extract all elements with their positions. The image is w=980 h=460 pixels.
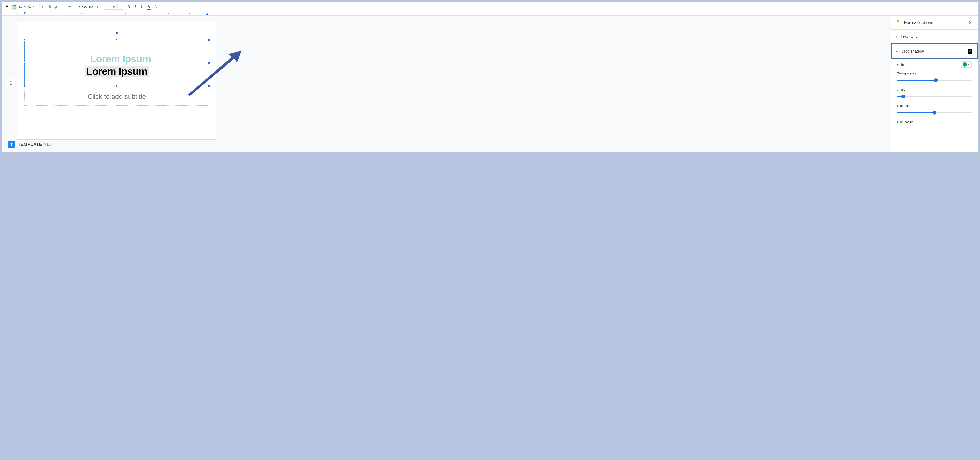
bold-button[interactable]: B bbox=[126, 4, 132, 10]
line-tool[interactable] bbox=[35, 4, 41, 10]
font-size-value[interactable]: 52 bbox=[109, 4, 118, 10]
format-icon bbox=[896, 19, 900, 26]
border-color-tool[interactable] bbox=[53, 4, 59, 10]
blur-label: Blur Radius bbox=[897, 120, 972, 124]
chevron-down-icon: ▼ bbox=[97, 6, 99, 8]
distance-label: Distance bbox=[897, 104, 972, 107]
more-tools[interactable]: ⋯ bbox=[161, 4, 168, 10]
ruler-marks: 1 2 3 4 5 6 7 8 9 bbox=[17, 12, 978, 15]
svg-rect-5 bbox=[29, 6, 31, 8]
canvas-area[interactable]: Lorem Ipsum Lorem Ipsum Click to add sub… bbox=[2, 16, 891, 152]
svg-line-6 bbox=[37, 6, 40, 8]
distance-control: Distance bbox=[897, 104, 972, 115]
font-size-increase[interactable]: + bbox=[118, 4, 123, 10]
resize-handle-n[interactable] bbox=[116, 39, 118, 41]
slider-fill bbox=[897, 112, 934, 113]
separator bbox=[124, 5, 124, 10]
font-size-decrease[interactable]: − bbox=[103, 4, 109, 10]
margin-control[interactable] bbox=[7, 78, 15, 87]
transparency-slider[interactable] bbox=[897, 78, 972, 82]
transparency-control: Transparency bbox=[897, 72, 972, 82]
svg-rect-16 bbox=[897, 20, 899, 21]
section-header-text-fitting[interactable]: › Text fitting bbox=[891, 30, 978, 43]
separator bbox=[102, 5, 102, 10]
chevron-right-icon: › bbox=[896, 34, 897, 39]
section-drop-shadow: › Drop shadow ✓ bbox=[891, 43, 978, 59]
color-control-row: Color ▼ bbox=[897, 61, 972, 68]
shape-tool[interactable] bbox=[27, 4, 33, 10]
font-size-control: − 52 + bbox=[103, 4, 123, 10]
textbox-tool[interactable]: T bbox=[11, 4, 17, 10]
watermark-suffix: .NET bbox=[42, 142, 53, 147]
rotation-handle[interactable] bbox=[116, 32, 118, 34]
app-window: T ▼ ▼ ▼ Russo One ▼ − 52 + B I U A ⋯ › bbox=[2, 2, 978, 152]
text-color-button[interactable]: A bbox=[146, 4, 152, 10]
color-picker[interactable]: ▼ bbox=[961, 61, 972, 68]
ruler-mark: 6 bbox=[124, 13, 126, 15]
ruler-mark: 8 bbox=[167, 13, 169, 15]
distance-slider[interactable] bbox=[897, 110, 972, 115]
chevron-down-icon: › bbox=[895, 51, 899, 52]
angle-label: Angle bbox=[897, 88, 972, 91]
section-title: Text fitting bbox=[900, 34, 973, 39]
line-dropdown[interactable]: ▼ bbox=[41, 6, 44, 8]
shape-dropdown[interactable]: ▼ bbox=[33, 6, 35, 8]
angle-control: Angle bbox=[897, 88, 972, 98]
collapse-toolbar[interactable]: › bbox=[969, 4, 976, 10]
color-swatch bbox=[963, 62, 967, 67]
section-title: Drop shadow bbox=[902, 49, 964, 54]
underline-button[interactable]: U bbox=[139, 4, 145, 10]
slider-track bbox=[897, 96, 972, 97]
chevron-down-icon: ▼ bbox=[967, 64, 970, 66]
right-indent-marker[interactable] bbox=[206, 13, 209, 16]
slider-thumb[interactable] bbox=[901, 94, 905, 98]
format-options-panel: Format options ✕ › Text fitting › Drop s… bbox=[891, 16, 978, 152]
toolbar: T ▼ ▼ ▼ Russo One ▼ − 52 + B I U A ⋯ › bbox=[2, 2, 978, 12]
angle-slider[interactable] bbox=[897, 94, 972, 98]
ruler-mark: 3 bbox=[60, 13, 61, 15]
highlight-color-button[interactable] bbox=[153, 4, 159, 10]
separator bbox=[45, 5, 45, 10]
checkbox-checked[interactable]: ✓ bbox=[968, 49, 972, 54]
ruler-mark: 5 bbox=[103, 13, 104, 15]
fill-color-tool[interactable] bbox=[46, 4, 53, 10]
svg-text:T: T bbox=[13, 5, 15, 8]
drop-shadow-controls: Color ▼ Transparency Angle bbox=[891, 59, 978, 133]
subtitle-text: Click to add subtitle bbox=[88, 93, 146, 101]
close-icon[interactable]: ✕ bbox=[967, 19, 973, 26]
panel-title: Format options bbox=[904, 20, 964, 25]
slider-fill bbox=[897, 80, 936, 80]
subtitle-placeholder[interactable]: Click to add subtitle bbox=[24, 88, 209, 105]
section-text-fitting: › Text fitting bbox=[891, 29, 978, 43]
left-indent-marker[interactable] bbox=[23, 12, 26, 15]
slider-thumb[interactable] bbox=[934, 78, 938, 82]
font-name-label: Russo One bbox=[78, 5, 94, 9]
image-dropdown[interactable]: ▼ bbox=[24, 6, 26, 8]
section-header-drop-shadow[interactable]: › Drop shadow ✓ bbox=[892, 44, 977, 58]
ruler-mark: 1 bbox=[17, 13, 18, 15]
border-weight-tool[interactable] bbox=[60, 4, 66, 10]
font-family-select[interactable]: Russo One ▼ bbox=[76, 5, 101, 9]
ruler-mark: 7 bbox=[146, 13, 147, 15]
resize-handle-ne[interactable] bbox=[208, 39, 210, 41]
ruler-mark: 4 bbox=[81, 13, 83, 15]
ruler-mark: 2 bbox=[38, 13, 40, 15]
watermark-text: TEMPLATE.NET bbox=[18, 142, 53, 147]
watermark-icon: T bbox=[8, 141, 15, 148]
image-tool[interactable] bbox=[18, 4, 24, 10]
watermark: T TEMPLATE.NET bbox=[8, 141, 53, 148]
ruler[interactable]: 1 2 3 4 5 6 7 8 9 bbox=[2, 12, 978, 16]
resize-handle-sw[interactable] bbox=[24, 85, 25, 87]
border-dash-tool[interactable] bbox=[67, 4, 73, 10]
select-tool[interactable] bbox=[4, 4, 11, 10]
italic-button[interactable]: I bbox=[132, 4, 138, 10]
workspace: Lorem Ipsum Lorem Ipsum Click to add sub… bbox=[2, 16, 978, 152]
panel-header: Format options ✕ bbox=[891, 16, 978, 29]
resize-handle-w[interactable] bbox=[24, 62, 25, 64]
color-label: Color bbox=[897, 63, 905, 66]
ruler-mark: 9 bbox=[189, 13, 191, 15]
resize-handle-nw[interactable] bbox=[24, 39, 25, 41]
title-text[interactable]: Lorem Ipsum bbox=[84, 65, 149, 77]
resize-handle-s[interactable] bbox=[116, 85, 118, 87]
slider-thumb[interactable] bbox=[932, 111, 936, 115]
